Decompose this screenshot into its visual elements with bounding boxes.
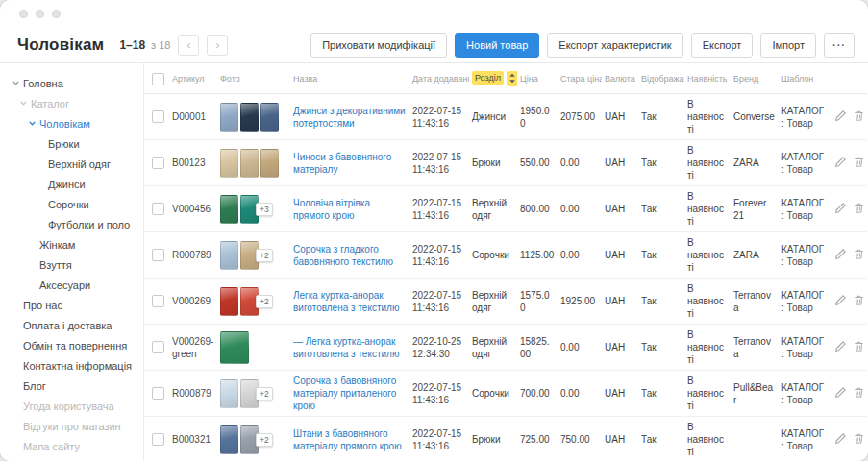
delete-icon[interactable] (850, 246, 867, 265)
more-photos-badge[interactable]: +3 (256, 203, 273, 216)
delete-icon[interactable] (850, 338, 867, 357)
sidebar-item-catalog[interactable]: Каталог (0, 93, 143, 113)
new-product-button[interactable]: Новий товар (455, 33, 539, 58)
sidebar-item-men[interactable]: Чоловікам (0, 113, 143, 133)
sort-icon[interactable] (507, 71, 517, 86)
product-name-link[interactable]: Чиноси з бавовняного матеріалу (293, 151, 407, 176)
product-photo-thumbnail[interactable] (220, 149, 238, 178)
product-photo-thumbnail[interactable] (240, 149, 259, 178)
product-name-link[interactable]: — Легка куртка-анорак виготовлена з текс… (293, 335, 407, 360)
row-checkbox[interactable] (152, 387, 164, 400)
sidebar-item-shoes[interactable]: Взуття (0, 255, 143, 275)
sidebar-item-about[interactable]: Про нас (0, 295, 143, 315)
product-name-link[interactable]: Джинси з декоративними потертостями (293, 105, 407, 130)
column-header-price[interactable]: Ціна (517, 63, 558, 94)
pagination-prev-button[interactable]: ‹ (178, 35, 199, 56)
sidebar-item-trousers[interactable]: Брюки (0, 133, 143, 154)
product-name-link[interactable]: Штани з бавовняного матеріалу прямого кр… (293, 427, 407, 452)
column-header-date-added[interactable]: Дата додавання (409, 63, 469, 94)
column-header-article[interactable]: Артикул (169, 63, 217, 94)
more-photos-badge[interactable]: +2 (256, 295, 273, 308)
window-control-close[interactable] (19, 10, 28, 18)
product-name-link[interactable]: Чоловіча вітрівка прямого крою (293, 197, 407, 222)
column-header-brand[interactable]: Бренд (731, 63, 779, 94)
sidebar-item-sitemap[interactable]: Мапа сайту (0, 436, 143, 456)
product-photo-thumbnail[interactable] (260, 103, 279, 132)
more-photos-badge[interactable]: +2 (256, 433, 273, 447)
column-header-old-price[interactable]: Стара ціна (558, 63, 602, 94)
export-button[interactable]: Експорт (691, 33, 754, 58)
column-header-section[interactable]: Розділ (469, 63, 517, 94)
column-header-currency[interactable]: Валюта (602, 63, 638, 94)
sidebar-item-blog[interactable]: Блог (0, 376, 143, 396)
delete-icon[interactable] (850, 108, 867, 127)
pagination-next-button[interactable]: › (207, 35, 228, 56)
sidebar-item-home[interactable]: Головна (0, 73, 143, 93)
edit-icon[interactable] (831, 384, 850, 403)
edit-icon[interactable] (831, 154, 850, 173)
sidebar-item-women[interactable]: Жінкам (0, 234, 143, 255)
table-row: V000456+3Чоловіча вітрівка прямого крою2… (144, 186, 867, 232)
window-control-maximize[interactable] (52, 10, 61, 18)
sidebar-item-store-reviews[interactable]: Відгуки про магазин (0, 416, 143, 436)
sidebar-item-contact-info[interactable]: Контактна інформація (0, 355, 143, 376)
delete-icon[interactable] (850, 154, 867, 173)
row-checkbox[interactable] (152, 341, 164, 353)
select-all-checkbox[interactable] (152, 73, 164, 85)
more-button[interactable]: ··· (824, 33, 855, 58)
column-header-display[interactable]: Відображати (638, 63, 684, 94)
sidebar-item-payment-delivery[interactable]: Оплата і доставка (0, 315, 143, 335)
sidebar-item-user-agreement[interactable]: Угода користувача (0, 396, 143, 416)
product-brand: Terranova (731, 325, 779, 371)
product-photo-thumbnail[interactable] (260, 149, 279, 178)
more-photos-badge[interactable]: +2 (256, 387, 273, 400)
import-button[interactable]: Імпорт (760, 33, 816, 58)
product-name-link[interactable]: Сорочка з бавовняного матеріалу притален… (293, 375, 407, 412)
product-photo-thumbnail[interactable] (220, 287, 238, 316)
column-header-availability[interactable]: Наявність (684, 63, 731, 94)
product-photo-thumbnail[interactable] (220, 241, 238, 270)
column-header-template[interactable]: Шаблон (779, 63, 829, 94)
more-photos-badge[interactable]: +2 (256, 249, 273, 262)
column-header-photo[interactable]: Фото (217, 63, 290, 94)
product-template: КАТАЛОГ: Товар (779, 325, 829, 371)
product-price: 1950.00 (517, 94, 558, 140)
delete-icon[interactable] (850, 430, 867, 449)
edit-icon[interactable] (831, 108, 850, 127)
delete-icon[interactable] (850, 384, 867, 403)
product-photo-thumbnail[interactable] (220, 379, 238, 408)
product-photo-thumbnail[interactable] (240, 103, 259, 132)
content-area: ГоловнаКаталогЧоловікамБрюкиВерхній одяг… (0, 63, 868, 460)
product-photo-thumbnail[interactable] (220, 195, 238, 224)
product-photo-thumbnail[interactable] (220, 103, 238, 132)
column-header-name[interactable]: Назва (290, 63, 409, 94)
delete-icon[interactable] (850, 200, 867, 219)
row-checkbox[interactable] (152, 110, 164, 123)
row-checkbox[interactable] (152, 433, 164, 446)
product-brand: Terranova (731, 279, 779, 325)
sidebar-item-exchange-returns[interactable]: Обмін та повернення (0, 335, 143, 355)
hide-modifications-button[interactable]: Приховати модифікації (310, 33, 447, 58)
row-checkbox[interactable] (152, 295, 164, 307)
edit-icon[interactable] (831, 338, 850, 357)
row-checkbox[interactable] (152, 203, 164, 215)
export-characteristics-button[interactable]: Експорт характеристик (547, 33, 682, 58)
edit-icon[interactable] (831, 430, 850, 449)
product-photo-thumbnail[interactable] (220, 425, 238, 454)
product-name-link[interactable]: Сорочка з гладкого бавовняного текстилю (293, 243, 407, 268)
edit-icon[interactable] (831, 292, 850, 311)
sidebar-item-jeans[interactable]: Джинси (0, 174, 143, 194)
edit-icon[interactable] (831, 200, 850, 219)
sidebar-item-tshirts-polo[interactable]: Футболки и поло (0, 214, 143, 234)
sidebar-item-shirts[interactable]: Сорочки (0, 194, 143, 214)
edit-icon[interactable] (831, 246, 850, 265)
sidebar-item-outerwear[interactable]: Верхній одяг (0, 154, 143, 174)
sidebar-item-accessories[interactable]: Аксесуари (0, 275, 143, 295)
product-display: Так (638, 140, 684, 186)
row-checkbox[interactable] (152, 249, 164, 261)
row-checkbox[interactable] (152, 157, 164, 169)
window-control-minimize[interactable] (36, 10, 44, 18)
product-name-link[interactable]: Легка куртка-анорак виготовлена з тексти… (293, 289, 407, 314)
product-photo-thumbnail[interactable] (220, 331, 249, 364)
delete-icon[interactable] (850, 292, 867, 311)
